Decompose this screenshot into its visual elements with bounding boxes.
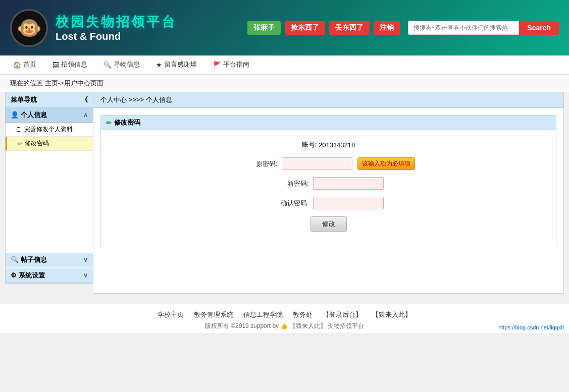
sidebar-section-personal[interactable]: 👤 个人信息 ∧	[6, 108, 93, 123]
old-password-input[interactable]	[282, 157, 352, 170]
breadcrumb-text: 现在的位置 主页->用户中心页面	[10, 79, 104, 87]
star-icon: ★	[156, 61, 162, 69]
settings-section-label: ⚙ 系统设置	[11, 271, 45, 280]
nav-wall-label: 留言感谢墙	[164, 60, 197, 69]
old-password-label: 原密码:	[242, 159, 278, 169]
sidebar-header: 菜单导航 《	[6, 92, 93, 108]
content-breadcrumb: 个人中心 >>>> 个人信息	[93, 92, 563, 108]
new-password-input[interactable]	[313, 177, 384, 190]
account-row: 账号: 2013143218	[116, 140, 541, 149]
sidebar: 菜单导航 《 👤 个人信息 ∧ 🗒 完善修改个人资料 ✏ 修改密码 🔍 帖子信息…	[5, 92, 93, 284]
breadcrumb: 现在的位置 主页->用户中心页面	[0, 75, 569, 92]
site-title-cn: 校园失物招领平台	[56, 13, 177, 31]
sidebar-section-posts[interactable]: 🔍 帖子信息 ∨	[6, 253, 93, 267]
home-icon: 🏠	[13, 61, 21, 69]
sidebar-posts-label: 帖子信息	[21, 256, 47, 263]
footer-copyright: 版权所有 ©2019 support by 👍 【猿来入此】 失物招领平台	[0, 322, 569, 330]
content-breadcrumb-text: 个人中心 >>>> 个人信息	[100, 96, 172, 103]
page-header: 🐵 校园失物招领平台 Lost & Found 张麻子 捡东西了 丢东西了 注销…	[0, 0, 569, 55]
footer-link-info[interactable]: 信息工程学院	[243, 310, 283, 319]
site-title: 校园失物招领平台 Lost & Found	[56, 13, 177, 42]
confirm-password-row: 确认密码:	[116, 197, 541, 209]
nav-home-label: 首页	[23, 60, 36, 69]
nav-item-wall[interactable]: ★ 留言感谢墙	[148, 56, 205, 73]
confirm-password-label: 确认密码:	[274, 199, 309, 208]
gear-icon: ⚙	[11, 271, 17, 279]
content-area: 个人中心 >>>> 个人信息 ✏ 修改密码 账号: 2013143218 原密码…	[93, 92, 564, 294]
account-value: 2013143218	[319, 141, 355, 149]
logout-button[interactable]: 注销	[374, 21, 400, 35]
sidebar-item-change-password[interactable]: ✏ 修改密码	[6, 137, 93, 151]
required-badge: 该输入项为必填项	[357, 157, 415, 170]
flag-icon: 🚩	[213, 61, 221, 69]
found-item-button[interactable]: 捡东西了	[285, 21, 325, 35]
search-input[interactable]	[408, 21, 519, 35]
sidebar-header-label: 菜单导航	[11, 95, 37, 104]
sidebar-section-settings[interactable]: ⚙ 系统设置 ∨	[6, 268, 93, 283]
lost-item-button[interactable]: 丢东西了	[329, 21, 370, 35]
personal-chevron-icon: ∧	[83, 111, 88, 119]
search-button[interactable]: Search	[519, 21, 559, 35]
change-password-label: 修改密码	[25, 139, 49, 148]
sidebar-collapse-icon[interactable]: 《	[81, 95, 88, 104]
nav-guide-label: 平台指南	[223, 60, 249, 69]
personal-section-label: 👤 个人信息	[11, 110, 47, 120]
change-password-form: ✏ 修改密码 账号: 2013143218 原密码: 该输入项为必填项 新密码:	[100, 115, 556, 247]
footer-link-edu[interactable]: 教务处	[293, 310, 313, 319]
nav-lost-label: 寻物信息	[114, 60, 140, 69]
pencil-form-icon: ✏	[106, 119, 112, 127]
footer-link-school[interactable]: 学校主页	[158, 310, 184, 319]
navbar: 🏠 首页 🖼 招领信息 🔍 寻物信息 ★ 留言感谢墙 🚩 平台指南	[0, 55, 569, 75]
footer-url: https://blog.csdn.net/liqqxit	[498, 324, 564, 330]
search-nav-icon: 🔍	[104, 61, 112, 69]
submit-button[interactable]: 修改	[311, 216, 347, 232]
edit-profile-label: 完善修改个人资料	[24, 125, 73, 134]
footer: 学校主页 教务管理系统 信息工程学院 教务处 【登录后台】 【猿来入此】 版权所…	[0, 304, 569, 333]
footer-link-ape[interactable]: 【猿来入此】	[372, 310, 411, 319]
form-body: 账号: 2013143218 原密码: 该输入项为必填项 新密码: 确认密码:	[101, 130, 556, 247]
logo: 🐵	[10, 9, 48, 47]
nav-item-lost[interactable]: 🔍 寻物信息	[95, 56, 148, 73]
confirm-password-input[interactable]	[313, 197, 384, 209]
main-container: 菜单导航 《 👤 个人信息 ∧ 🗒 完善修改个人资料 ✏ 修改密码 🔍 帖子信息…	[0, 92, 569, 299]
edit-profile-icon: 🗒	[16, 126, 22, 133]
footer-link-academic[interactable]: 教务管理系统	[194, 310, 233, 319]
account-label: 账号:	[302, 140, 317, 149]
new-password-row: 新密码:	[116, 177, 541, 190]
new-password-label: 新密码:	[274, 179, 309, 188]
nav-found-label: 招领信息	[61, 60, 87, 69]
person-icon: 👤	[11, 111, 19, 119]
logo-monkey-icon: 🐵	[17, 16, 42, 40]
username-button[interactable]: 张麻子	[247, 21, 281, 35]
footer-link-backend[interactable]: 【登录后台】	[323, 310, 362, 319]
nav-item-found[interactable]: 🖼 招领信息	[44, 56, 95, 73]
search-area: Search	[408, 21, 559, 35]
posts-icon: 🔍	[11, 256, 19, 263]
site-title-en: Lost & Found	[56, 31, 177, 42]
sidebar-personal-label: 个人信息	[21, 111, 47, 119]
old-password-row: 原密码: 该输入项为必填项	[116, 157, 541, 170]
nav-item-guide[interactable]: 🚩 平台指南	[205, 56, 257, 73]
header-left: 🐵 校园失物招领平台 Lost & Found	[10, 9, 177, 47]
posts-section-label: 🔍 帖子信息	[11, 255, 47, 264]
header-right: 张麻子 捡东西了 丢东西了 注销 Search	[247, 21, 559, 35]
sidebar-item-edit-profile[interactable]: 🗒 完善修改个人资料	[6, 123, 93, 137]
form-title: 修改密码	[114, 118, 140, 127]
sidebar-settings-label: 系统设置	[19, 271, 45, 279]
form-section-header: ✏ 修改密码	[101, 116, 556, 130]
pencil-icon: ✏	[17, 140, 22, 147]
submit-row: 修改	[116, 216, 541, 232]
footer-links: 学校主页 教务管理系统 信息工程学院 教务处 【登录后台】 【猿来入此】	[0, 310, 569, 319]
found-icon: 🖼	[53, 61, 59, 69]
nav-item-home[interactable]: 🏠 首页	[5, 56, 44, 73]
settings-chevron-icon: ∨	[83, 272, 88, 279]
posts-chevron-icon: ∨	[83, 256, 88, 263]
